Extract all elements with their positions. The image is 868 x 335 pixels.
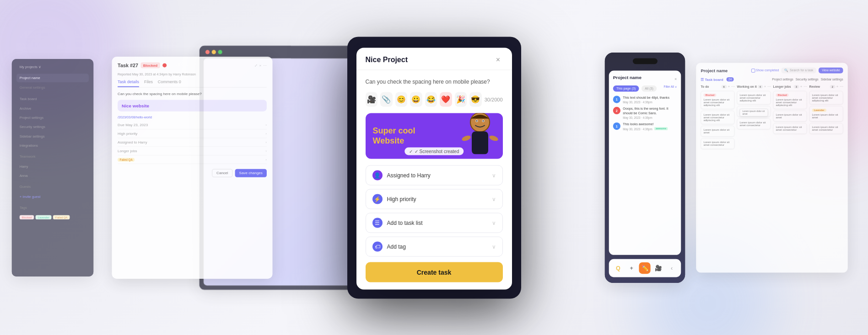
tag-label: Add tag: [387, 243, 406, 250]
task-url[interactable]: /2023/03/08/hello-world: [118, 115, 267, 119]
col-todo-add[interactable]: +: [728, 85, 730, 89]
emoji-heart[interactable]: ❤️: [440, 92, 452, 106]
create-task-button[interactable]: Create task: [366, 262, 503, 282]
sidebar-invite-guest[interactable]: + Invite guest: [16, 192, 89, 201]
show-completed[interactable]: Show completed: [751, 68, 779, 72]
card-l1-badge: Blocked: [776, 93, 789, 96]
priority-dropdown[interactable]: ⚡ High priority ∨: [366, 189, 503, 209]
tag-chevron: ∨: [492, 243, 496, 250]
kanban-col-working-header: Working on it 4 + ⋯: [737, 85, 771, 89]
task-tab-files[interactable]: Files: [144, 79, 153, 87]
task-close-header-icon[interactable]: ×: [259, 63, 261, 67]
mobile-btn-pen[interactable]: ✏️: [639, 262, 651, 274]
task-field-failed-chevron: ›: [265, 157, 267, 161]
task-field-assigned-label: Assigned to Harry: [118, 140, 147, 144]
emoji-paperclip[interactable]: 📎: [380, 92, 393, 106]
kanban-search[interactable]: 🔍 Search for a task: [781, 67, 816, 73]
col-longer-menu[interactable]: ⋯: [803, 85, 807, 89]
col-review-menu[interactable]: ⋯: [840, 85, 843, 89]
mobile-comment-time-1: May 30, 2023 · 4:36pm: [623, 101, 669, 103]
tag-dropdown[interactable]: 🏷 Add tag ∨: [366, 236, 503, 256]
card-4-text: Lorem ipsum dolor sit amet consectetur: [703, 141, 732, 146]
mobile-close-icon[interactable]: ×: [674, 76, 677, 81]
task-menu-icon[interactable]: ⋯: [263, 63, 267, 67]
cancel-button[interactable]: Cancel: [212, 169, 232, 177]
mobile-comment-body-2: Ooops, this is the wrong font. It should…: [623, 107, 677, 119]
kanban-card-l3[interactable]: Lorem ipsum dolor sit amet consectetur: [773, 123, 807, 134]
kanban-card-l1[interactable]: Blocked Lorem ipsum dolor sit amet conse…: [773, 90, 807, 109]
tag-blocked: Blocked: [20, 215, 34, 219]
kanban-card-l2[interactable]: Lorem ipsum dolor sit amet: [773, 111, 807, 122]
mobile-btn-q[interactable]: Q: [612, 262, 624, 274]
tag-failed: Failed QA: [53, 215, 70, 219]
tag-icon-sym: 🏷: [375, 243, 380, 250]
kanban-card-w2[interactable]: Lorem ipsum dolor sit amet Lorem ipsum d…: [737, 106, 771, 117]
kanban-card-r3[interactable]: Lorem ipsum dolor sit amet consectetur: [809, 123, 843, 134]
card-hover-tooltip: Lorem ipsum dolor sit amet: [739, 108, 768, 116]
mobile-comment-text-2: Ooops, this is the wrong font. It should…: [623, 107, 677, 116]
mobile-tab-all[interactable]: All (3): [642, 85, 657, 92]
show-completed-checkbox[interactable]: [751, 68, 755, 72]
sidebar-item-1: Task board: [16, 95, 89, 103]
col-todo-menu[interactable]: ⋯: [731, 85, 735, 89]
assign-dropdown[interactable]: 👤 Assigned to Harry ∨: [366, 165, 503, 185]
mobile-avatar-2: 2: [613, 107, 620, 114]
emoji-laugh[interactable]: 😂: [425, 92, 437, 106]
kanban-card-w1[interactable]: Lorem ipsum dolor sit amet consectetur a…: [737, 90, 771, 104]
sidebar-item-2: Archive: [16, 104, 89, 112]
mobile-btn-back[interactable]: ‹: [666, 262, 678, 274]
col-review-add[interactable]: +: [836, 85, 838, 89]
col-working-add[interactable]: +: [764, 85, 766, 89]
modal-body: Can you check the spacing here on mobile…: [356, 70, 512, 289]
mobile-btn-plus[interactable]: +: [626, 262, 637, 274]
mobile-filter[interactable]: Filter All ∨: [664, 85, 677, 92]
col-working-menu[interactable]: ⋯: [767, 85, 771, 89]
mobile-tab-page[interactable]: This page (3): [613, 85, 639, 92]
kanban-col-longer-header: Longer jobs 3 + ⋯: [773, 85, 807, 89]
taskboard-label: ☰ Task board: [701, 77, 723, 81]
emoji-party[interactable]: 🎉: [455, 92, 467, 106]
kanban-search-placeholder: Search for a task: [790, 69, 813, 72]
task-field-failed-label: Failed QA: [118, 157, 135, 161]
task-tab-details[interactable]: Task details: [118, 79, 139, 87]
modal-close-button[interactable]: ×: [494, 55, 503, 64]
tasklist-dropdown[interactable]: ☰ Add to task list ∨: [366, 213, 503, 233]
kanban-header: Project name Show completed 🔍 Search for…: [701, 67, 843, 73]
task-expand-icon[interactable]: ⤢: [254, 63, 258, 67]
kanban-card-w3[interactable]: Lorem ipsum dolor sit amet consectetur: [737, 118, 771, 129]
mobile-btn-cam[interactable]: 🎥: [652, 262, 664, 274]
emoji-video[interactable]: 🎥: [366, 92, 378, 106]
svg-rect-7: [472, 131, 488, 154]
awesome-badge: awesome: [654, 127, 668, 130]
mobile-project-card: Project name × This page (3) All (3) Fil…: [609, 70, 681, 255]
preview-title-line2: Website: [373, 136, 415, 146]
kanban-card-2[interactable]: Lorem ipsum dolor sit amet consectetur a…: [701, 111, 734, 124]
emoji-cool[interactable]: 😎: [469, 92, 482, 106]
save-button[interactable]: Save changes: [235, 169, 267, 177]
kanban-card-r2[interactable]: Lavender Lorem ipsum dolor sit amet: [809, 106, 843, 121]
preview-text: Super cool Website: [373, 126, 415, 145]
card-l1-text: Lorem ipsum dolor sit amet consectetur a…: [776, 98, 804, 106]
col-todo-actions: 6 + ⋯: [721, 85, 734, 89]
screenshot-label: ✓ Screenshot created: [415, 149, 459, 154]
task-bottom-actions: Cancel Save changes: [118, 169, 267, 177]
emoji-face[interactable]: 😊: [395, 92, 408, 106]
task-desc: Can you check the spacing here on mobile…: [118, 91, 267, 96]
kanban-card-3[interactable]: Lorem ipsum dolor sit amet: [701, 126, 734, 137]
kanban-card-1[interactable]: Blocked Lorem ipsum dolor sit amet conse…: [701, 90, 734, 109]
col-longer-add[interactable]: +: [800, 85, 802, 89]
preview-title-line1: Super cool: [373, 126, 415, 136]
sidebar-item-6: Integrations: [16, 141, 89, 150]
kanban-card-r1[interactable]: Lorem ipsum dolor sit amet consectetur a…: [809, 90, 843, 104]
emoji-smile[interactable]: 😀: [410, 92, 422, 106]
list-icon: ☰: [375, 219, 380, 226]
mobile-comment-text-3: This looks awesome!: [623, 122, 668, 127]
assign-label: Assigned to Harry: [387, 172, 431, 178]
task-tab-comments[interactable]: Comments 0: [158, 79, 181, 87]
kanban-card: Project name Show completed 🔍 Search for…: [696, 63, 848, 272]
dot-yellow: [211, 50, 216, 54]
kanban-card-4[interactable]: Lorem ipsum dolor sit amet consectetur: [701, 138, 734, 149]
view-website-button[interactable]: View website: [819, 67, 843, 73]
screenshot-badge: ✓ ✓ Screenshot created: [404, 147, 464, 155]
card-r2-text: Lorem ipsum dolor sit amet: [812, 113, 841, 119]
